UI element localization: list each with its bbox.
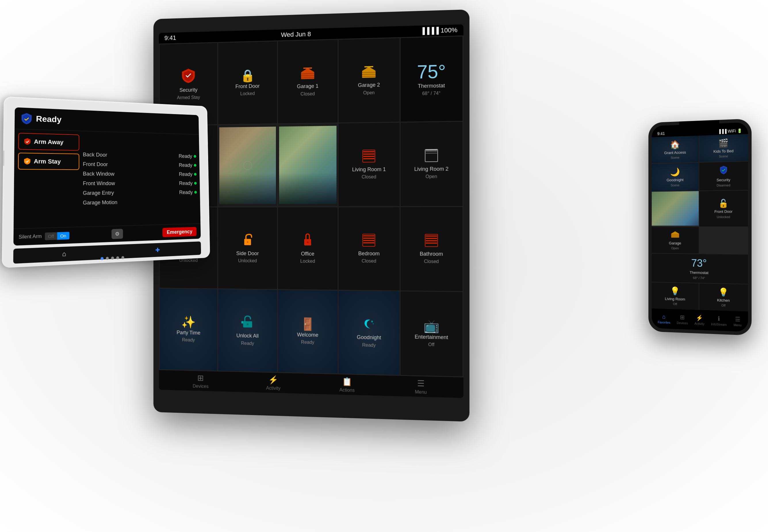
phone-nav-favorites[interactable]: ⌂ Favorites (658, 313, 670, 324)
settings-button[interactable]: ⚙ (112, 229, 123, 239)
tile-bedroom[interactable]: Bedroom Closed (339, 207, 400, 291)
tile-welcome-sublabel: Ready (301, 340, 314, 345)
arm-stay-shield-icon (24, 158, 31, 165)
svg-rect-4 (303, 68, 312, 69)
bathroom-blind-icon (425, 234, 438, 249)
svg-rect-14 (363, 153, 374, 155)
tile-office[interactable]: Office Locked (278, 207, 337, 290)
keypad-side-button[interactable] (2, 151, 4, 166)
front-door-phone-sub: Unlocked (717, 215, 730, 218)
tile-living-room-1[interactable]: Living Room 1 Closed (339, 122, 400, 206)
welcome-icon: 🚪 (300, 318, 315, 330)
tile-front-door-sublabel: Locked (240, 91, 255, 97)
tile-living-room-2[interactable]: Living Room 2 Open (401, 122, 463, 206)
keypad-cross-icon[interactable]: ✚ (155, 246, 160, 253)
tile-entertainment[interactable]: 📺 Entertainment Off (401, 291, 463, 377)
toggle-on[interactable]: On (57, 232, 69, 240)
tile-front-door[interactable]: 🔒 Front Door Locked (218, 41, 277, 124)
tile-welcome[interactable]: 🚪 Welcome Ready (278, 290, 337, 373)
goodnight-phone-label: Goodnight (667, 178, 684, 183)
tile-side-door[interactable]: Side Door Unlocked (218, 207, 277, 289)
svg-point-26 (307, 241, 308, 243)
tile-side-door-label: Side Door (236, 250, 259, 257)
emergency-button[interactable]: Emergency (162, 227, 197, 237)
shield-icon (181, 68, 195, 86)
svg-point-39 (371, 321, 373, 322)
tile-unlock-all-sublabel: Ready (241, 341, 254, 346)
tile-garage1[interactable]: Garage 1 Closed (278, 40, 337, 123)
phone-grid: 🏠 Grant Access Scene 🎬 Kids To Bed Scene… (652, 134, 748, 311)
tile-garage2[interactable]: Garage 2 Open (339, 38, 400, 123)
actions-nav-label: Actions (339, 387, 354, 393)
svg-rect-33 (426, 235, 437, 237)
tablet-nav-actions[interactable]: 📋 Actions (339, 377, 354, 393)
keypad-shield-icon (21, 112, 32, 125)
phone-signals: ▐▐▐ WiFi 🔋 (718, 128, 742, 134)
phone-tile-garage[interactable]: Garage Open (652, 227, 699, 253)
tile-garage1-label: Garage 1 (297, 83, 318, 90)
menu-nav-label: Menu (415, 389, 427, 395)
phone-nav-activity[interactable]: ⚡ Activity (694, 314, 704, 325)
phone-tile-front-door[interactable]: 🔓 Front Door Unlocked (699, 191, 748, 226)
phone-tile-kids-to-bed[interactable]: 🎬 Kids To Bed Scene (699, 134, 748, 162)
silent-arm-label: Silent Arm (19, 234, 42, 240)
dot-5 (121, 256, 124, 259)
tile-party-sublabel: Ready (182, 337, 195, 343)
lock-icon: 🔒 (240, 70, 255, 82)
grant-access-label: Grant Access (664, 150, 686, 155)
tile-entertainment-sublabel: Off (428, 342, 435, 347)
tile-camera1[interactable] (218, 124, 277, 206)
grant-access-sub: Scene (671, 156, 679, 160)
tile-goodnight[interactable]: Goodnight Ready (339, 291, 400, 375)
zone-back-door-status: Ready (178, 153, 196, 159)
tablet-nav-menu[interactable]: ☰ Menu (415, 379, 427, 395)
phone-tile-security[interactable]: Security Disarmed (699, 161, 748, 191)
phone-tile-grant-access[interactable]: 🏠 Grant Access Scene (652, 136, 699, 163)
silent-arm-toggle[interactable]: Off On (45, 232, 69, 240)
arm-away-label: Arm Away (34, 138, 64, 146)
svg-rect-34 (426, 238, 437, 239)
phone-tile-kitchen[interactable]: 💡 Kitchen Off (699, 283, 748, 311)
tablet-battery: ▐▐▐▐ 100% (420, 26, 458, 35)
silent-arm-section: Silent Arm Off On (19, 232, 69, 241)
goodnight-phone-sub: Scene (671, 183, 679, 187)
phone-nav-menu[interactable]: ☰ Menu (734, 316, 742, 327)
camera2-bg (279, 126, 336, 204)
tile-bathroom[interactable]: Bathroom Closed (401, 207, 463, 291)
phone-tile-goodnight[interactable]: 🌙 Goodnight Scene (652, 163, 699, 191)
svg-rect-16 (363, 158, 374, 159)
phone-nav-infostream[interactable]: ℹ InfoStream (711, 315, 727, 326)
phone-tile-living-room[interactable]: 💡 Living Room Off (652, 283, 699, 310)
phone-activity-icon: ⚡ (696, 314, 703, 322)
party-icon: ✨ (181, 316, 195, 328)
tile-garage2-sublabel: Open (363, 90, 374, 95)
phone-camera-tile[interactable] (652, 191, 699, 226)
kids-to-bed-label: Kids To Bed (713, 149, 734, 154)
keypad-home-icon[interactable]: ⌂ (62, 250, 66, 258)
arm-away-button[interactable]: Arm Away (18, 133, 79, 151)
garage-phone-label: Garage (669, 241, 681, 245)
tile-camera2[interactable] (278, 123, 337, 206)
toggle-off[interactable]: Off (45, 232, 57, 240)
svg-rect-31 (363, 242, 374, 243)
phone-tile-thermostat[interactable]: 73° Thermostat 68° / 74° (652, 253, 748, 284)
phone-notch (679, 120, 719, 130)
tablet-nav-devices[interactable]: ⊞ Devices (193, 373, 208, 389)
tile-thermostat[interactable]: 75° Thermostat 68° / 74° (401, 37, 463, 122)
security-phone-icon (719, 165, 727, 177)
arm-stay-button[interactable]: Arm Stay (18, 153, 79, 170)
phone-time: 9:41 (657, 131, 665, 136)
activity-nav-label: Activity (266, 385, 280, 391)
garage1-icon (300, 67, 315, 82)
kitchen-phone-sub: Off (721, 304, 726, 308)
tile-unlock-all[interactable]: Unlock All Ready (218, 289, 277, 372)
phone-activity-label: Activity (694, 322, 704, 325)
keypad-status: Ready (36, 114, 62, 124)
zone-front-window-status: Ready (179, 180, 197, 186)
tile-party-time[interactable]: ✨ Party Time Ready (160, 289, 218, 370)
phone-camera-bg (652, 191, 699, 226)
devices-nav-label: Devices (193, 383, 208, 389)
phone-content: 🏠 Grant Access Scene 🎬 Kids To Bed Scene… (652, 134, 748, 311)
phone-nav-devices[interactable]: ⊞ Devices (677, 314, 688, 325)
tablet-nav-activity[interactable]: ⚡ Activity (266, 375, 280, 391)
